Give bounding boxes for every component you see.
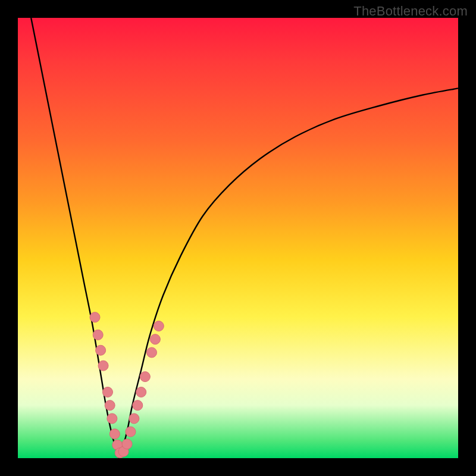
highlight-markers	[90, 312, 164, 458]
marker-point	[105, 400, 115, 411]
marker-point	[98, 361, 108, 371]
marker-point	[107, 414, 117, 424]
marker-point	[133, 400, 143, 411]
marker-point	[150, 334, 160, 345]
plot-area	[18, 18, 458, 458]
chart-frame: TheBottleneck.com	[0, 0, 476, 476]
marker-point	[129, 414, 139, 424]
marker-point	[136, 387, 146, 397]
marker-point	[96, 345, 106, 355]
marker-point	[154, 321, 164, 331]
marker-point	[109, 429, 120, 439]
marker-point	[146, 347, 156, 358]
marker-point	[122, 439, 132, 449]
marker-point	[93, 330, 103, 340]
watermark-text: TheBottleneck.com	[353, 4, 468, 19]
right-branch-curve	[119, 88, 458, 458]
marker-point	[102, 387, 112, 397]
marker-point	[126, 427, 136, 437]
marker-point	[90, 312, 100, 322]
chart-svg	[18, 18, 458, 458]
marker-point	[140, 372, 150, 382]
